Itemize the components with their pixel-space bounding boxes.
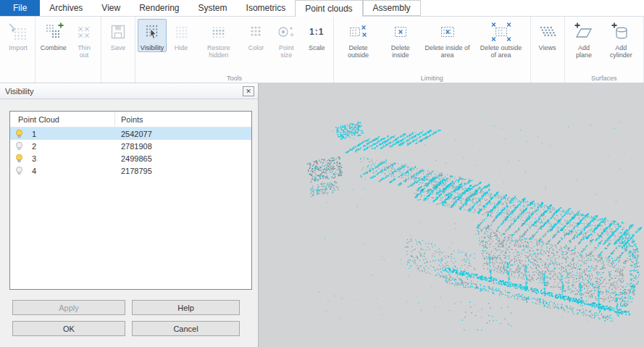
hide-icon [170, 21, 192, 43]
ribbon-button-label: Add cylinder [603, 44, 638, 59]
scale-icon: 1:1 [306, 21, 327, 43]
ribbon: ImportCombineThin outSaveVisibilityHideR… [0, 17, 644, 83]
point-count: 2178795 [115, 167, 152, 175]
views-icon [537, 21, 559, 43]
point-cloud-row[interactable]: 22781908 [10, 140, 251, 152]
close-icon[interactable]: ✕ [243, 86, 254, 96]
ribbon-button-label: Delete inside [383, 44, 418, 59]
color-button[interactable]: Color [242, 19, 271, 52]
point-count: 2781908 [115, 142, 152, 151]
bulb-off-icon[interactable] [14, 166, 25, 176]
add-cylinder-button[interactable]: Add cylinder [601, 19, 641, 60]
column-header-points[interactable]: Points [115, 112, 143, 127]
dialog-title: Visibility [5, 87, 34, 96]
ribbon-button-label: Restore hidden [198, 44, 239, 59]
ribbon-button-label: Point size [274, 44, 300, 59]
tab-label: System [198, 3, 227, 13]
ribbon-group: Views [531, 17, 565, 83]
visibility-icon [141, 21, 163, 43]
import-icon [7, 21, 29, 43]
ribbon-button-label: Thin out [72, 44, 96, 59]
views-button[interactable]: Views [533, 19, 562, 52]
point-cloud-row[interactable]: 42178795 [10, 164, 251, 177]
ribbon-group-label: Limiting [334, 75, 530, 82]
tab-system[interactable]: System [189, 0, 237, 16]
tab-label: View [101, 3, 120, 13]
dialog-titlebar[interactable]: Visibility ✕ [0, 83, 258, 99]
visibility-dialog: Visibility ✕ Point Cloud Points 12542077… [0, 83, 259, 347]
application-window: FileArchivesViewRenderingSystemIsometric… [0, 0, 644, 347]
ribbon-group: Import [1, 17, 35, 83]
point-count: 2542077 [115, 130, 152, 138]
delete-outside-area-icon [490, 21, 512, 43]
ribbon-group-limiting: Delete outsideDelete insideDelete inside… [334, 17, 530, 83]
tab-label: Rendering [139, 3, 179, 13]
restore-hidden-icon [208, 21, 230, 43]
tab-isometrics[interactable]: Isometrics [237, 0, 296, 16]
color-icon [246, 21, 267, 43]
point-size-button[interactable]: Point size [271, 19, 303, 60]
tab-assembly[interactable]: Assembly [363, 0, 421, 16]
delete-inside-icon [390, 21, 411, 43]
delete-inside-area-button[interactable]: Delete inside of area [421, 19, 474, 60]
main-area: Visibility ✕ Point Cloud Points 12542077… [0, 83, 644, 347]
cancel-button[interactable]: Cancel [132, 321, 240, 336]
ribbon-group: Save [101, 17, 135, 83]
bulb-off-icon[interactable] [14, 141, 25, 151]
tab-label: Archives [49, 3, 83, 13]
thin-out-icon [73, 21, 95, 43]
add-plane-button[interactable]: Add plane [567, 19, 601, 60]
save-button[interactable]: Save [104, 19, 133, 52]
point-cloud-name: 4 [32, 167, 115, 175]
ribbon-button-label: Delete outside of area [477, 44, 525, 59]
add-cylinder-icon [610, 21, 632, 43]
point-count: 2499865 [115, 154, 152, 163]
ribbon-button-label: Visibility [141, 44, 164, 51]
tab-archives[interactable]: Archives [40, 0, 92, 16]
ribbon-button-label: Scale [309, 44, 325, 51]
hide-button[interactable]: Hide [167, 19, 196, 52]
delete-outside-area-button[interactable]: Delete outside of area [474, 19, 528, 60]
tab-label: Assembly [373, 3, 411, 13]
restore-hidden-button[interactable]: Restore hidden [196, 19, 242, 60]
delete-outside-button[interactable]: Delete outside [336, 19, 380, 60]
ribbon-button-label: Color [248, 44, 264, 51]
thin-out-button[interactable]: Thin out [70, 19, 99, 60]
bulb-on-icon[interactable] [14, 129, 25, 139]
ribbon-button-label: Import [9, 44, 28, 51]
help-button[interactable]: Help [132, 300, 240, 315]
ribbon-group: CombineThin out [35, 17, 101, 83]
tab-rendering[interactable]: Rendering [130, 0, 188, 16]
apply-button[interactable]: Apply [12, 300, 125, 315]
ok-button[interactable]: OK [12, 321, 125, 336]
ribbon-group-tools: VisibilityHideRestore hiddenColorPoint s… [135, 17, 334, 83]
combine-button[interactable]: Combine [38, 19, 70, 52]
tab-point-clouds[interactable]: Point clouds [295, 0, 362, 17]
point-size-icon [275, 21, 297, 43]
import-button[interactable]: Import [4, 19, 33, 52]
ribbon-button-label: Add plane [570, 44, 598, 59]
delete-inside-area-icon [437, 21, 459, 43]
ribbon-button-label: Hide [175, 44, 188, 51]
point-cloud-name: 2 [32, 142, 115, 151]
point-cloud-name: 3 [32, 154, 115, 163]
delete-inside-button[interactable]: Delete inside [380, 19, 421, 60]
tab-label: File [13, 3, 27, 13]
ribbon-button-label: Delete inside of area [424, 44, 472, 59]
tab-label: Isometrics [246, 3, 286, 13]
point-cloud-row[interactable]: 12542077 [10, 127, 251, 140]
save-icon [107, 21, 129, 43]
column-header-point-cloud[interactable]: Point Cloud [10, 112, 115, 127]
point-cloud-row[interactable]: 32499865 [10, 152, 251, 164]
ribbon-button-label: Save [111, 44, 126, 51]
ribbon-tab-bar: FileArchivesViewRenderingSystemIsometric… [0, 0, 644, 17]
viewport-3d[interactable] [259, 83, 644, 347]
visibility-button[interactable]: Visibility [138, 19, 167, 52]
scale-button[interactable]: 1:1Scale [302, 19, 331, 52]
list-body: 12542077227819083249986542178795 [10, 127, 251, 177]
ribbon-group-label: Surfaces [565, 75, 644, 82]
combine-icon [43, 21, 64, 43]
tab-file[interactable]: File [0, 0, 40, 16]
tab-view[interactable]: View [92, 0, 130, 16]
bulb-on-icon[interactable] [14, 154, 25, 164]
